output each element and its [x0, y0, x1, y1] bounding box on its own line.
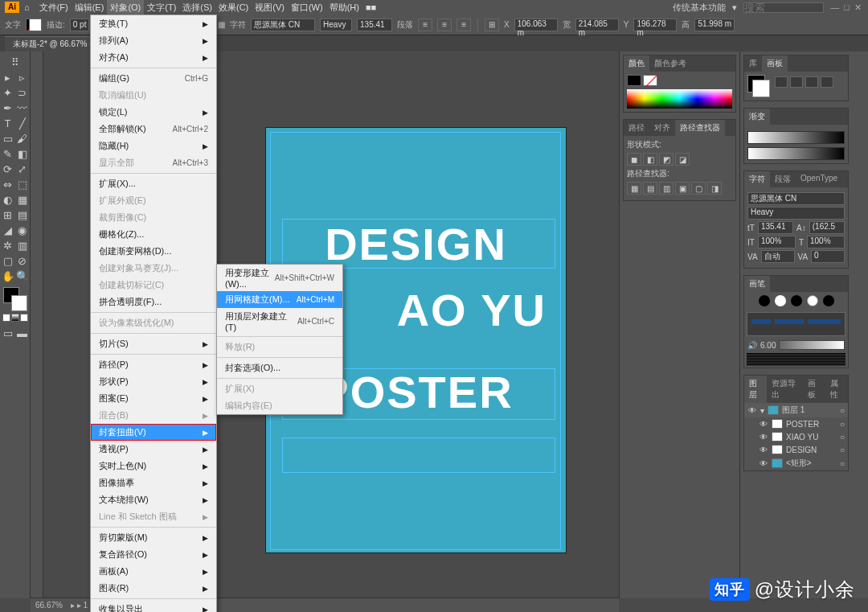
- menu-item[interactable]: 锁定(L)▶: [91, 104, 216, 121]
- layer-name[interactable]: <矩形>: [786, 458, 812, 469]
- panel-icon[interactable]: ▦: [218, 20, 225, 29]
- menu-item[interactable]: 图表(R)▶: [91, 580, 216, 597]
- menu-item[interactable]: 形状(P)▶: [91, 373, 216, 390]
- minimize-icon[interactable]: —: [830, 2, 839, 13]
- color-mode-icon[interactable]: [2, 314, 10, 322]
- visibility-icon[interactable]: 👁: [759, 420, 768, 429]
- char-vt[interactable]: 0: [811, 250, 845, 263]
- eraser-tool[interactable]: ◧: [15, 146, 30, 161]
- menu-type[interactable]: 文字(T): [144, 0, 179, 15]
- brush-tab[interactable]: 画笔: [744, 276, 770, 292]
- submenu-item[interactable]: 用顶层对象建立(T)Alt+Ctrl+C: [217, 308, 342, 335]
- menu-effect[interactable]: 效果(C): [215, 0, 252, 15]
- menu-item[interactable]: 编组(G)Ctrl+G: [91, 70, 216, 87]
- menu-item[interactable]: 透视(P)▶: [91, 441, 216, 458]
- layer-row-3[interactable]: 👁 <矩形> ○: [744, 456, 848, 470]
- submenu-item[interactable]: 用变形建立(W)...Alt+Shift+Ctrl+W: [217, 265, 342, 291]
- target-icon[interactable]: ○: [840, 459, 845, 468]
- stroke-swatch[interactable]: [643, 75, 657, 86]
- assets-tab[interactable]: 资源导出: [767, 376, 802, 403]
- font-weight-dd[interactable]: Heavy: [320, 18, 352, 31]
- maximize-icon[interactable]: □: [844, 2, 850, 13]
- menu-window[interactable]: 窗口(W): [288, 0, 326, 15]
- layer-name[interactable]: DESIGN: [786, 446, 817, 454]
- rotate-tool[interactable]: ⟳: [1, 162, 15, 176]
- brush-dot-3[interactable]: [791, 295, 802, 306]
- workspace-switcher[interactable]: 传统基本功能: [673, 2, 726, 14]
- stroke-preview-1[interactable]: [747, 312, 845, 336]
- mesh-tool[interactable]: ⊞: [1, 207, 15, 222]
- prop-icon-4[interactable]: [821, 76, 833, 88]
- layer-name[interactable]: XIAO YU: [786, 433, 818, 442]
- visibility-icon[interactable]: 👁: [759, 459, 768, 468]
- char-font[interactable]: 思源黑体 CN: [747, 192, 845, 205]
- direct-selection-tool[interactable]: ▹: [15, 70, 30, 84]
- pf-tab1[interactable]: 路径: [624, 120, 649, 136]
- target-icon[interactable]: ○: [840, 446, 845, 454]
- props-tab[interactable]: 属性: [825, 376, 848, 403]
- menu-item[interactable]: 画板(A)▶: [91, 563, 216, 580]
- minus-back-icon[interactable]: ◨: [707, 182, 722, 195]
- pen-tool[interactable]: ✒: [1, 101, 15, 115]
- y-input[interactable]: 196.278 m: [633, 18, 677, 31]
- magic-wand-tool[interactable]: ✦: [1, 85, 15, 100]
- artboard-tool[interactable]: ▢: [1, 253, 15, 268]
- brush-dot-2[interactable]: [775, 295, 786, 306]
- gradient-tool[interactable]: ▤: [15, 207, 30, 222]
- visibility-icon[interactable]: 👁: [747, 406, 757, 415]
- menu-item[interactable]: 全部解锁(K)Alt+Ctrl+2: [91, 121, 216, 138]
- ot-tab[interactable]: OpenType: [796, 171, 842, 187]
- arrow-down-icon[interactable]: ▾: [760, 406, 764, 415]
- fill-stroke-control[interactable]: [3, 287, 27, 311]
- zoom-tool[interactable]: 🔍: [15, 269, 30, 283]
- slice-tool[interactable]: ⊘: [15, 253, 30, 268]
- menu-item[interactable]: 剪切蒙版(M)▶: [91, 529, 216, 546]
- lasso-tool[interactable]: ⊃: [15, 85, 30, 100]
- menu-item[interactable]: 封套扭曲(V)▶: [91, 424, 216, 441]
- shaper-tool[interactable]: ✎: [1, 146, 15, 161]
- menu-item[interactable]: 排列(A)▶: [91, 32, 216, 49]
- menu-edit[interactable]: 编辑(E): [72, 0, 108, 15]
- scale-tool[interactable]: ⤢: [15, 162, 30, 176]
- brush-slider[interactable]: [779, 340, 845, 350]
- minus-front-icon[interactable]: ◧: [643, 153, 657, 166]
- home-icon[interactable]: ⌂: [24, 2, 30, 12]
- search-input[interactable]: [743, 2, 824, 13]
- menu-help[interactable]: 帮助(H): [326, 0, 362, 15]
- menu-item[interactable]: 切片(S)▶: [91, 335, 216, 352]
- width-tool[interactable]: ⇔: [1, 177, 15, 191]
- pf-tab3[interactable]: 路径查找器: [675, 120, 725, 136]
- menu-item[interactable]: 隐藏(H)▶: [91, 138, 216, 154]
- symbol-spray-tool[interactable]: ✲: [1, 238, 15, 253]
- layer-row-0[interactable]: 👁 POSTER ○: [744, 417, 848, 430]
- align-center-icon[interactable]: ≡: [437, 18, 452, 31]
- gradient-slider[interactable]: [747, 147, 845, 160]
- crop-icon[interactable]: ▣: [675, 182, 690, 195]
- menu-item[interactable]: 拼合透明度(F)...: [91, 294, 216, 310]
- free-transform-tool[interactable]: ⬚: [15, 177, 30, 191]
- color-spectrum[interactable]: [627, 89, 732, 109]
- eyedropper-tool[interactable]: ◢: [1, 223, 15, 237]
- align-right-icon[interactable]: ≡: [457, 18, 471, 31]
- layer-row-2[interactable]: 👁 DESIGN ○: [744, 443, 848, 456]
- brush-dot-4[interactable]: [807, 295, 818, 306]
- artboard-tab[interactable]: 画板: [762, 55, 788, 72]
- prop-icon-1[interactable]: [775, 76, 788, 88]
- menu-item[interactable]: 图案(E)▶: [91, 390, 216, 407]
- divide-icon[interactable]: ▦: [627, 182, 641, 195]
- char-size[interactable]: 135.41: [758, 221, 793, 234]
- artboards-tab[interactable]: 画板: [803, 376, 825, 403]
- menu-item[interactable]: 路径(P)▶: [91, 356, 216, 373]
- x-input[interactable]: 106.063 m: [514, 18, 558, 31]
- menu-item[interactable]: 变换(T)▶: [91, 15, 216, 32]
- gradient-mode-icon[interactable]: [11, 314, 19, 322]
- brush-dot-5[interactable]: [823, 295, 834, 306]
- none-mode-icon[interactable]: [20, 314, 28, 322]
- char-leading[interactable]: (162.5: [809, 221, 845, 234]
- char-v[interactable]: 100%: [807, 236, 845, 248]
- char-tab[interactable]: 字符: [744, 171, 770, 187]
- brush-stroke-sample[interactable]: [747, 353, 845, 366]
- layer-group-name[interactable]: 图层 1: [782, 405, 805, 416]
- line-tool[interactable]: ╱: [15, 116, 30, 130]
- outline-icon[interactable]: ▢: [691, 182, 706, 195]
